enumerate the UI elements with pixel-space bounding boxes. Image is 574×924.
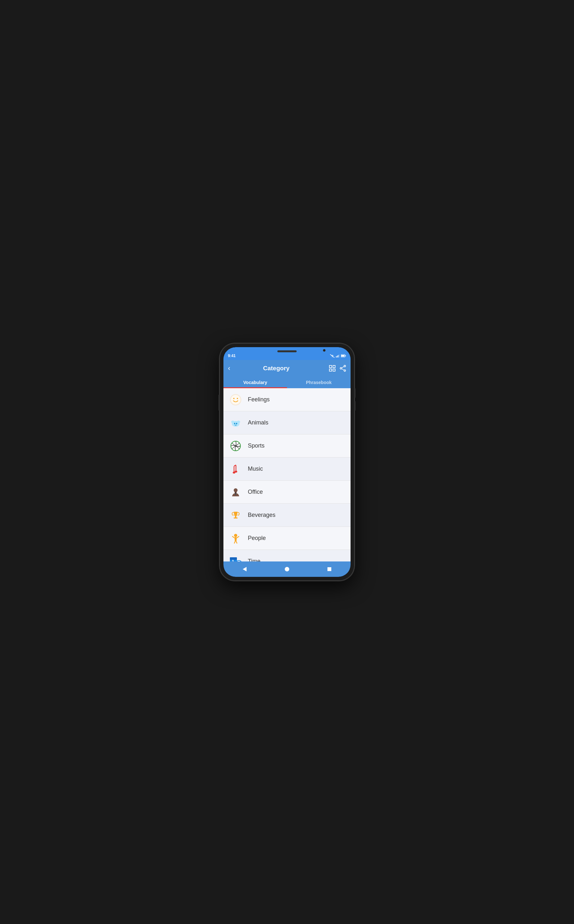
nav-recent-button[interactable] — [323, 563, 336, 575]
svg-rect-1 — [336, 357, 336, 357]
status-icons — [330, 354, 346, 358]
animals-icon — [229, 416, 243, 430]
app-bar: ‹ Category — [224, 360, 350, 377]
svg-rect-31 — [235, 492, 237, 493]
volume-up-button[interactable] — [355, 388, 356, 398]
animals-label: Animals — [248, 420, 268, 426]
svg-text:9: 9 — [232, 559, 234, 562]
volume-down-button[interactable] — [355, 401, 356, 411]
svg-line-16 — [342, 369, 344, 370]
phone-screen: 9:41 — [224, 347, 350, 577]
sports-icon — [229, 439, 243, 453]
svg-point-13 — [340, 368, 342, 369]
office-icon — [229, 485, 243, 499]
svg-rect-2 — [337, 356, 337, 357]
svg-rect-8 — [330, 365, 332, 368]
svg-point-56 — [285, 567, 289, 571]
share-icon[interactable] — [340, 365, 346, 372]
list-item[interactable]: Animals — [224, 411, 350, 434]
svg-rect-33 — [234, 517, 238, 519]
svg-rect-9 — [333, 365, 335, 368]
svg-line-37 — [237, 536, 239, 538]
svg-point-24 — [234, 423, 235, 424]
time-label: Time — [248, 558, 260, 561]
svg-marker-55 — [243, 567, 246, 571]
svg-rect-10 — [330, 369, 332, 371]
signal-icon — [336, 354, 340, 357]
sports-label: Sports — [248, 442, 265, 449]
people-icon — [229, 531, 243, 545]
svg-point-18 — [231, 395, 240, 405]
svg-line-38 — [234, 541, 235, 543]
time-icon: 9 — [229, 555, 243, 562]
battery-icon — [341, 354, 346, 357]
wifi-icon — [330, 354, 334, 358]
power-button[interactable] — [218, 394, 219, 411]
list-item[interactable]: Feelings — [224, 388, 350, 411]
tab-phrasebook[interactable]: Phrasebook — [287, 377, 350, 388]
svg-line-36 — [232, 536, 235, 538]
status-time: 9:41 — [228, 354, 236, 358]
svg-rect-4 — [339, 355, 339, 357]
list-item[interactable]: Music — [224, 457, 350, 481]
svg-point-30 — [234, 488, 238, 492]
feelings-icon — [229, 393, 243, 407]
phone-camera — [323, 349, 325, 352]
svg-point-29 — [233, 471, 235, 473]
nav-home-icon — [284, 567, 290, 572]
app-bar-actions — [329, 365, 346, 372]
office-label: Office — [248, 489, 263, 495]
list-item[interactable]: Office — [224, 481, 350, 504]
feelings-label: Feelings — [248, 396, 270, 403]
phone-speaker — [278, 350, 296, 352]
svg-point-20 — [237, 398, 238, 399]
status-bar: 9:41 — [224, 352, 350, 360]
list-item[interactable]: 9 Time — [224, 550, 350, 561]
music-icon — [229, 462, 243, 476]
svg-rect-7 — [345, 355, 346, 357]
nav-back-button[interactable] — [238, 563, 251, 575]
people-label: People — [248, 535, 266, 542]
svg-rect-32 — [235, 515, 236, 517]
nav-home-button[interactable] — [281, 563, 293, 575]
list-item[interactable]: People — [224, 527, 350, 550]
grid-icon[interactable] — [329, 365, 336, 372]
svg-rect-35 — [235, 537, 237, 541]
tabs: Vocabulary Phrasebook — [224, 377, 350, 388]
category-list: Feelings Animals — [224, 388, 350, 561]
svg-line-39 — [236, 541, 237, 543]
nav-back-icon — [242, 566, 248, 572]
nav-recent-icon — [327, 567, 332, 572]
svg-rect-11 — [333, 369, 335, 371]
svg-rect-3 — [338, 355, 338, 357]
beverages-label: Beverages — [248, 512, 276, 519]
beverages-icon — [229, 508, 243, 522]
svg-point-14 — [344, 370, 346, 371]
svg-point-12 — [344, 365, 346, 367]
svg-point-25 — [236, 423, 237, 424]
svg-rect-6 — [341, 355, 344, 357]
bottom-nav — [224, 561, 350, 577]
app-bar-title: Category — [227, 365, 325, 372]
svg-point-34 — [234, 534, 237, 537]
tab-vocabulary[interactable]: Vocabulary — [224, 377, 287, 388]
svg-line-15 — [342, 366, 344, 368]
svg-point-23 — [237, 421, 240, 423]
svg-point-19 — [233, 398, 235, 399]
svg-point-22 — [231, 421, 234, 423]
svg-rect-57 — [328, 567, 331, 571]
phone-frame: 9:41 — [219, 343, 355, 581]
list-item[interactable]: Beverages — [224, 504, 350, 527]
music-label: Music — [248, 465, 263, 472]
list-item[interactable]: Sports — [224, 434, 350, 457]
